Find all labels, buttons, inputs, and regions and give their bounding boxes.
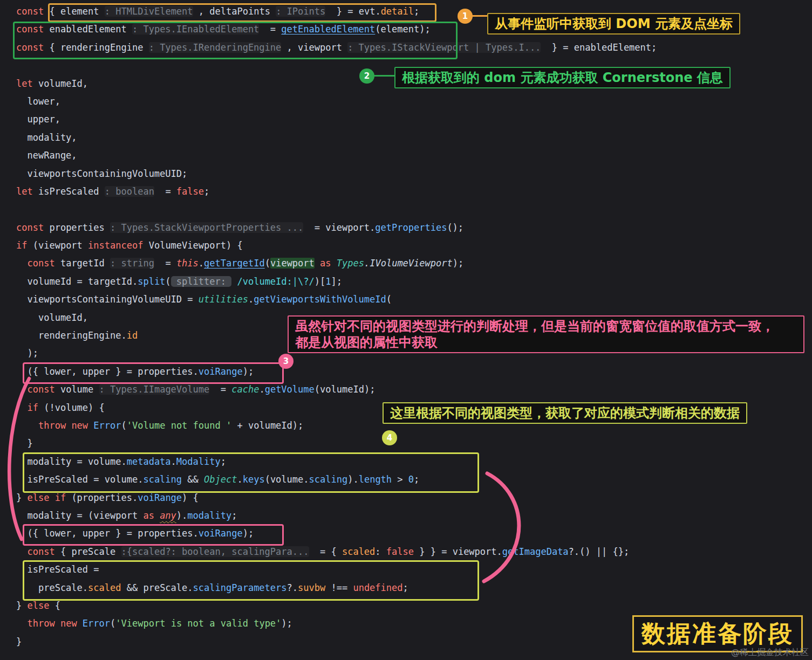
code-token: targetId: [60, 258, 110, 269]
code-token: ?.: [287, 582, 298, 593]
callout-badge-4: 4: [382, 430, 397, 445]
code-token: );: [243, 528, 254, 539]
code-token: (!volume) {: [44, 402, 105, 413]
code-token: ) {: [182, 492, 199, 503]
code-token: [270, 6, 276, 17]
symbol-link[interactable]: getTargetId: [204, 258, 265, 269]
code-token: detail: [381, 6, 414, 17]
code-token: ?.() || {};: [569, 546, 630, 557]
code-token: const: [16, 24, 49, 35]
code-token: 'Volume not found ': [127, 420, 231, 431]
code-line: const volume : Types.IImageVolume = cach…: [16, 381, 657, 398]
code-token: !==: [325, 582, 353, 593]
code-screenshot: const { element : HTMLDivElement , delta…: [0, 0, 812, 660]
code-token: element: [60, 6, 99, 17]
note-cornerstone: 根据获取到的 dom 元素成功获取 Cornerstone 信息: [394, 67, 731, 88]
code-token: let: [16, 186, 38, 197]
watermark: @稀土掘金技术社区: [731, 647, 809, 658]
code-token: ;: [204, 186, 209, 197]
code-token: ).: [176, 510, 187, 521]
code-token: any: [160, 510, 176, 521]
code-token: getViewportsWithVolumeId: [254, 294, 386, 305]
code-token: (volume.: [265, 474, 309, 485]
note-event-listener: 从事件监听中获取到 DOM 元素及点坐标: [487, 13, 740, 35]
code-token: } } = viewport.: [414, 546, 502, 557]
code-token: lower,: [16, 96, 60, 107]
code-line: viewportsContainingVolumeUID = utilities…: [16, 291, 657, 308]
code-token: const: [16, 6, 49, 17]
code-token: : Types.IRenderingEngine: [149, 42, 282, 53]
code-token: if: [27, 402, 44, 413]
code-token: ;: [414, 6, 419, 17]
code-line: const { preScale :{scaled?: boolean, sca…: [16, 543, 657, 561]
code-token: }: [16, 492, 27, 503]
code-token: (properties.: [71, 492, 138, 503]
code-token: modality: [187, 510, 231, 521]
code-token: as: [143, 510, 160, 521]
code-token: const: [16, 42, 49, 53]
code-token: if: [16, 240, 33, 251]
code-token: cache: [231, 384, 259, 395]
note-voirange: 虽然针对不同的视图类型进行的判断处理，但是当前的窗宽窗位值的取值方式一致， 都是…: [288, 315, 804, 353]
code-token: &&: [182, 474, 204, 485]
code-token: volumeId,: [16, 312, 88, 323]
code-token: .: [259, 384, 264, 395]
code-token: {: [49, 600, 60, 611]
code-line: newRange,: [16, 147, 657, 164]
code-token: : Types.IImageVolume: [99, 384, 210, 395]
code-token: ,: [193, 6, 210, 17]
code-line: if (viewport instanceof VolumeViewport) …: [16, 237, 657, 255]
code-token: { renderingEngine: [49, 42, 148, 53]
code-line: modality = (viewport as any).modality;: [16, 507, 657, 525]
code-token: metadata: [127, 456, 171, 467]
code-token: /volumeId:|\?/: [237, 276, 314, 287]
callout-badge-3: 3: [278, 354, 294, 369]
code-token: ();: [447, 222, 463, 233]
code-token: : IPoints: [276, 6, 325, 17]
code-line: ({ lower, upper } = properties.voiRange)…: [16, 525, 657, 542]
code-token: = {: [309, 546, 342, 557]
code-token: [16, 402, 27, 413]
code-token: scaled: [342, 546, 375, 557]
code-token: .: [248, 294, 254, 305]
code-token: ;: [414, 474, 419, 485]
code-line: throw new Error('Viewport is not a valid…: [16, 615, 657, 632]
code-token: Types: [337, 258, 364, 269]
symbol-link[interactable]: getEnabledElement: [281, 24, 375, 35]
code-token: ) {: [226, 240, 243, 251]
code-token: && preScale.: [121, 582, 193, 593]
code-token: isPreScaled =: [16, 564, 99, 575]
code-line: modality = volume.metadata.Modality;: [16, 453, 657, 471]
code-token: ({ lower, upper } = properties.: [16, 366, 199, 377]
code-token: split: [138, 276, 165, 287]
code-token: } = evt.: [325, 6, 380, 17]
code-token: modality = volume.: [16, 456, 127, 467]
code-token: [16, 546, 27, 557]
code-token: }: [16, 438, 33, 449]
code-token: .: [171, 456, 176, 467]
code-line: ({ lower, upper } = properties.voiRange)…: [16, 363, 657, 381]
code-token: else: [27, 600, 49, 611]
code-token: [231, 276, 237, 287]
code-line: isPreScaled =: [16, 561, 657, 579]
code-token: .: [199, 258, 204, 269]
code-line: viewportsContainingVolumeUID;: [16, 165, 657, 183]
code-token: Modality: [176, 456, 221, 467]
code-token: Error: [93, 420, 121, 431]
code-token: );: [453, 258, 463, 269]
code-token: scaling: [309, 474, 348, 485]
code-token: :{scaled?: boolean, scalingPara...: [121, 546, 309, 557]
code-token: id: [127, 330, 138, 341]
code-line: const targetId : string = this.getTarget…: [16, 255, 657, 272]
code-token: deltaPoints: [209, 6, 270, 17]
code-token: ;: [231, 510, 237, 521]
code-token: scaled: [88, 582, 121, 593]
code-token: getImageData: [502, 546, 569, 557]
code-token: properties: [49, 222, 110, 233]
code-token: [16, 384, 27, 395]
code-token: (volumeId);: [315, 384, 376, 395]
code-token: , viewport: [281, 42, 347, 53]
code-token: + volumeId);: [231, 420, 303, 431]
code-line: [16, 201, 657, 218]
code-token: }: [16, 600, 27, 611]
